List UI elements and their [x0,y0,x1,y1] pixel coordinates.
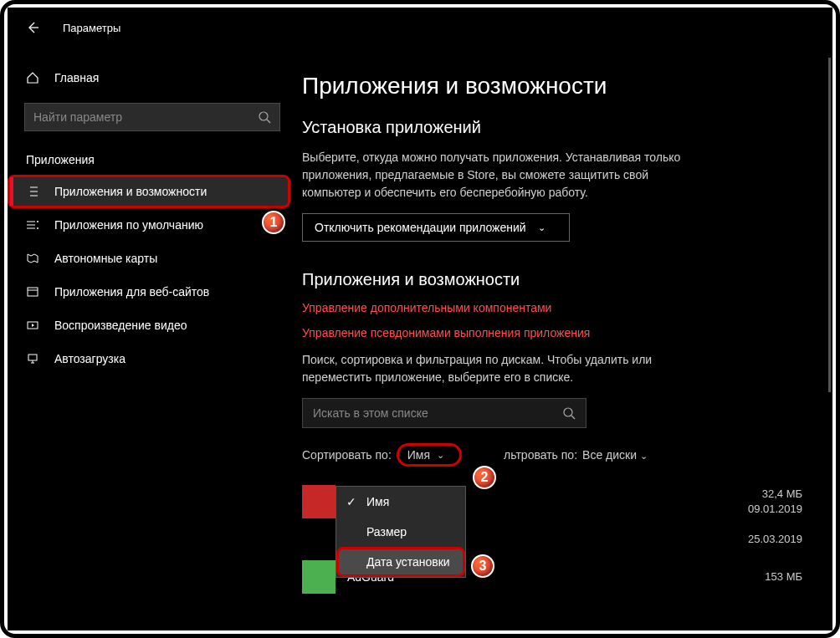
map-icon [26,252,39,265]
sidebar-item-apps-features[interactable]: Приложения и возможности [8,175,290,208]
website-icon [26,285,39,299]
chevron-down-icon: ⌄ [538,222,545,233]
defaults-icon [26,218,39,232]
sort-filter-row: Сортировать по: Имя ⌄ льтровать по: Все … [302,443,802,467]
search-placeholder: Искать в этом списке [313,406,562,420]
startup-icon [26,352,39,365]
filter-label: льтровать по: [504,448,577,462]
app-meta: 25.03.2019 [748,532,802,547]
svg-point-24 [564,408,572,416]
apps-description: Поиск, сортировка и фильтрация по дискам… [302,351,704,386]
sidebar-item-label: Приложения для веб-сайтов [54,285,209,299]
sidebar-item-label: Приложения и возможности [54,185,207,198]
search-icon [258,110,271,124]
sidebar-item-label: Воспроизведение видео [54,319,187,332]
search-icon [562,406,576,420]
svg-point-16 [37,221,38,222]
apps-heading: Приложения и возможности [302,270,802,289]
sort-option-size[interactable]: Размер [336,517,465,547]
sidebar-item-offline-maps[interactable]: Автономные карты [8,242,290,275]
sidebar-header: Параметры [8,8,290,48]
sort-option-install-date[interactable]: Дата установки [336,547,465,577]
filter-dropdown[interactable]: Все диски ⌄ [582,448,648,462]
dropdown-value: Отключить рекомендации приложений [315,221,526,234]
execution-aliases-link[interactable]: Управление псевдонимами выполнения прило… [302,326,802,339]
app-meta: 32,4 МБ 09.01.2019 [748,487,802,517]
install-source-dropdown[interactable]: Отключить рекомендации приложений ⌄ [302,213,570,242]
home-label: Главная [54,71,99,84]
sidebar-item-label: Автозагрузка [54,352,125,365]
app-meta: 153 МБ [765,569,802,584]
sort-menu: Имя Размер Дата установки [335,486,466,578]
settings-window: Параметры Главная Найти параметр Приложе… [8,8,832,630]
sort-option-name[interactable]: Имя [336,487,465,517]
home-icon [26,71,39,84]
svg-line-25 [571,416,575,419]
window-title: Параметры [63,22,120,34]
annotation-marker-1: 1 [262,211,285,234]
sort-dropdown[interactable]: Имя ⌄ [397,443,462,467]
svg-rect-21 [28,355,37,360]
sidebar-home[interactable]: Главная [8,63,290,93]
svg-line-6 [267,120,270,123]
install-heading: Установка приложений [302,118,802,137]
page-title: Приложения и возможности [302,73,802,100]
sidebar-item-default-apps[interactable]: Приложения по умолчанию [8,208,290,242]
optional-features-link[interactable]: Управление дополнительными компонентами [302,301,802,314]
sidebar: Параметры Главная Найти параметр Приложе… [8,8,290,630]
sidebar-item-label: Приложения по умолчанию [54,218,203,232]
svg-point-5 [259,112,268,120]
video-icon [26,319,39,332]
list-icon [26,185,39,198]
search-placeholder: Найти параметр [33,110,258,124]
app-list-search[interactable]: Искать в этом списке [302,398,586,428]
annotation-marker-2: 2 [473,466,496,489]
chevron-down-icon: ⌄ [437,450,444,461]
sidebar-item-video-playback[interactable]: Воспроизведение видео [8,309,290,342]
annotation-marker-3: 3 [471,554,494,578]
sort-label: Сортировать по: [302,448,392,462]
back-button[interactable] [21,16,44,39]
sidebar-section-label: Приложения [8,140,290,175]
scrollbar[interactable] [828,58,831,392]
chevron-down-icon: ⌄ [640,451,648,461]
sidebar-item-label: Автономные карты [54,252,157,265]
app-icon [302,560,335,594]
sidebar-item-startup[interactable]: Автозагрузка [8,342,290,375]
svg-point-17 [37,227,38,229]
sidebar-item-website-apps[interactable]: Приложения для веб-сайтов [8,275,290,309]
install-description: Выберите, откуда можно получать приложен… [302,149,704,202]
search-input[interactable]: Найти параметр [24,103,280,131]
svg-rect-18 [28,288,38,296]
app-icon [302,485,335,518]
